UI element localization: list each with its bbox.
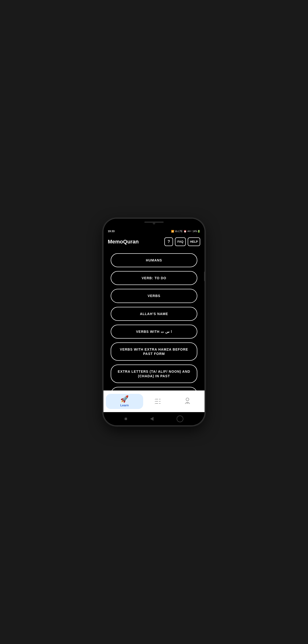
menu-item-verbs[interactable]: VERBS: [111, 289, 197, 303]
app-title: MemoQuran: [108, 238, 139, 245]
faq-button[interactable]: FAQ: [175, 238, 186, 246]
nav-home-button[interactable]: [177, 416, 183, 422]
nav-item-learn[interactable]: 🚀 Learn: [106, 394, 143, 409]
bottom-nav: 🚀 Learn ÷ × =: [103, 390, 205, 412]
phone-nav-bar: [103, 412, 205, 425]
nav-item-teacher[interactable]: [173, 397, 202, 406]
menu-item-verbs-hamza[interactable]: VERBS WITH EXTRA HAMZA BEFORE PAST FORM: [111, 342, 197, 361]
header-buttons: ? FAQ HELP: [164, 238, 200, 246]
status-bar: 19:33 📶 Vo LTE ⏰ 4G+ 14%🔋: [103, 228, 205, 234]
question-button[interactable]: ?: [164, 238, 173, 246]
status-time: 19:33: [108, 230, 114, 232]
menu-list: HUMANS VERB: TO DO VERBS ALLAH'S NAME VE…: [103, 248, 205, 390]
side-button: [204, 272, 205, 281]
svg-text:×: ×: [155, 401, 156, 402]
svg-point-9: [186, 398, 189, 401]
menu-item-allahs-name[interactable]: ALLAH'S NAME: [111, 307, 197, 321]
menu-item-root-hamza[interactable]: ANYONE OF 3 LETTERS OF THE ROOT IS HAMZA…: [111, 387, 197, 390]
phone-top-bar: [103, 219, 205, 228]
teacher-icon: [183, 397, 192, 406]
battery-icon: 14%🔋: [193, 230, 200, 232]
learn-icon: 🚀: [120, 396, 129, 402]
speaker: [144, 222, 164, 223]
bluetooth-icon: 📶: [171, 230, 174, 232]
alarm-icon: ⏰: [184, 230, 187, 232]
nav-recent-button[interactable]: [125, 418, 127, 420]
network-icon: 4G+: [188, 230, 192, 232]
menu-item-verb-to-do[interactable]: VERB: TO DO: [111, 271, 197, 285]
menu-item-humans[interactable]: HUMANS: [111, 253, 197, 267]
svg-rect-10: [187, 402, 188, 404]
learn-label: Learn: [120, 404, 129, 407]
menu-item-verbs-ast[interactable]: VERBS WITH ا س ت: [111, 325, 197, 338]
practice-icon: ÷ × =: [153, 397, 163, 406]
phone-frame: 19:33 📶 Vo LTE ⏰ 4G+ 14%🔋 MemoQuran ? FA…: [103, 219, 205, 425]
status-right: 📶 Vo LTE ⏰ 4G+ 14%🔋: [171, 230, 200, 232]
help-button[interactable]: HELP: [188, 238, 200, 246]
menu-item-extra-letters[interactable]: EXTRA LETTERS (TA/ ALIF/ NOON) AND (CHAD…: [111, 364, 197, 383]
app-header: MemoQuran ? FAQ HELP: [103, 234, 205, 248]
svg-text:=: =: [155, 403, 156, 404]
nav-back-button[interactable]: [150, 417, 153, 421]
nav-item-practice[interactable]: ÷ × =: [143, 397, 173, 406]
signal-icons: Vo LTE: [175, 230, 183, 232]
